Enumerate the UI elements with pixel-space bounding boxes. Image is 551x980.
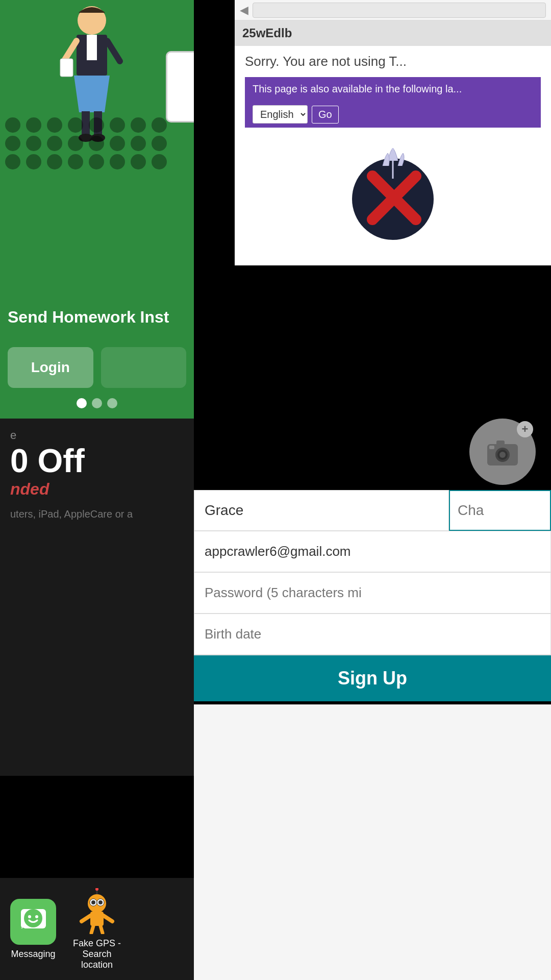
messaging-label: Messaging bbox=[11, 949, 55, 960]
dot-1[interactable] bbox=[77, 398, 87, 408]
birthdate-row bbox=[194, 614, 551, 655]
email-row bbox=[194, 531, 551, 573]
bottom-app-bar: Messaging bbox=[0, 878, 194, 980]
messaging-icon-svg bbox=[19, 908, 47, 936]
login-button-area: Login bbox=[0, 347, 194, 388]
password-input[interactable] bbox=[194, 573, 551, 614]
browser-panel: ◀ 25wEdlb Sorry. You are not using T... … bbox=[235, 0, 551, 265]
url-text: 25wEdlb bbox=[242, 26, 292, 40]
language-bar-text: This page is also available in the follo… bbox=[253, 83, 462, 95]
error-page: Sorry. You are not using T... This page … bbox=[235, 46, 551, 135]
deal-tag: nded bbox=[10, 480, 184, 499]
carousel-dots bbox=[77, 398, 117, 408]
messaging-app-icon bbox=[10, 899, 56, 945]
svg-line-7 bbox=[64, 41, 77, 61]
svg-line-42 bbox=[91, 926, 93, 933]
svg-rect-9 bbox=[60, 59, 73, 77]
dot-3[interactable] bbox=[107, 398, 117, 408]
fake-gps-app-icon bbox=[74, 888, 120, 934]
registration-form: Sign Up bbox=[194, 490, 551, 701]
back-icon: ◀ bbox=[240, 4, 253, 17]
sorry-text: Sorry. You are not using T... bbox=[245, 54, 541, 69]
go-button[interactable]: Go bbox=[312, 106, 339, 124]
tor-logo-svg bbox=[342, 145, 444, 248]
browser-second-bar: 25wEdlb bbox=[235, 20, 551, 46]
form-bottom-area bbox=[194, 704, 551, 980]
svg-point-38 bbox=[95, 888, 98, 891]
birthdate-input[interactable] bbox=[194, 614, 551, 655]
fake-gps-label: Fake GPS - Search location bbox=[71, 938, 122, 970]
deal-description: uters, iPad, AppleCare or a bbox=[10, 506, 184, 522]
svg-line-41 bbox=[104, 916, 112, 921]
first-name-input[interactable] bbox=[194, 490, 449, 531]
svg-rect-19 bbox=[489, 446, 494, 449]
black-middle-area bbox=[235, 265, 551, 419]
last-name-input[interactable] bbox=[449, 490, 551, 531]
plus-icon: + bbox=[517, 421, 533, 437]
deal-badge-text: e bbox=[10, 429, 184, 442]
svg-rect-39 bbox=[90, 912, 104, 926]
language-bar: This page is also available in the follo… bbox=[245, 77, 541, 101]
svg-point-31 bbox=[35, 915, 38, 918]
gps-icon-svg bbox=[74, 888, 120, 934]
crowd-illustration bbox=[0, 112, 163, 175]
svg-point-35 bbox=[91, 900, 95, 904]
svg-line-40 bbox=[82, 916, 90, 921]
svg-line-8 bbox=[107, 41, 120, 61]
messaging-app-item[interactable]: Messaging bbox=[10, 899, 56, 960]
dot-2[interactable] bbox=[92, 398, 102, 408]
svg-point-36 bbox=[98, 900, 103, 904]
svg-rect-18 bbox=[496, 440, 505, 446]
svg-point-30 bbox=[28, 915, 31, 918]
login-button[interactable]: Login bbox=[8, 347, 93, 388]
phone-mockup bbox=[166, 51, 194, 122]
name-row bbox=[194, 490, 551, 531]
tor-logo-area bbox=[235, 135, 551, 258]
password-row bbox=[194, 573, 551, 614]
browser-address-bar: ◀ bbox=[235, 0, 551, 20]
language-dropdown[interactable]: English bbox=[253, 105, 308, 124]
svg-point-17 bbox=[499, 452, 506, 458]
signup-nav-button[interactable] bbox=[101, 347, 187, 388]
svg-point-29 bbox=[24, 909, 42, 927]
left-app-panel: Send Homework Inst Login bbox=[0, 0, 194, 419]
fake-gps-app-item[interactable]: Fake GPS - Search location bbox=[71, 888, 122, 970]
signup-button[interactable]: Sign Up bbox=[194, 655, 551, 701]
camera-icon bbox=[482, 431, 523, 472]
svg-line-43 bbox=[101, 926, 103, 933]
app-title: Send Homework Inst bbox=[0, 308, 194, 327]
add-photo-button[interactable]: + bbox=[469, 419, 536, 485]
deals-area: e 0 Off nded uters, iPad, AppleCare or a bbox=[0, 419, 194, 776]
form-extra-note bbox=[194, 704, 551, 736]
deal-amount: 0 Off bbox=[10, 445, 184, 477]
language-selector-row: English Go bbox=[245, 101, 541, 128]
email-input[interactable] bbox=[194, 531, 551, 572]
svg-rect-2 bbox=[87, 35, 97, 60]
